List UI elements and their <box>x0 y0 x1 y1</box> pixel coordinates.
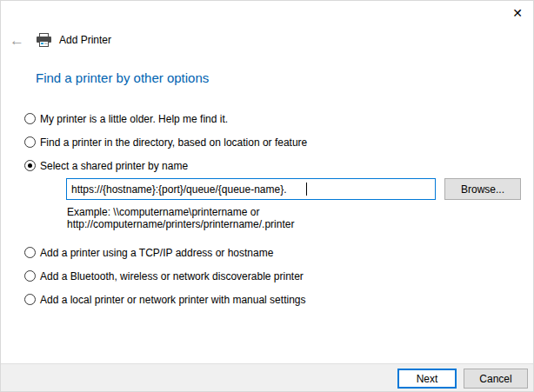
next-button[interactable]: Next <box>397 369 457 389</box>
text-caret <box>306 183 307 196</box>
close-icon[interactable]: ✕ <box>509 4 526 22</box>
radio-option-tcpip[interactable]: Add a printer using a TCP/IP address or … <box>24 246 273 259</box>
radio-icon[interactable] <box>24 160 36 171</box>
radio-icon[interactable] <box>24 136 36 148</box>
example-line-1: Example: \\computername\printername or <box>67 206 294 218</box>
example-line-2: http://computername/printers/printername… <box>67 218 294 230</box>
shared-printer-name-input[interactable] <box>66 178 436 200</box>
back-arrow-icon[interactable]: ← <box>10 33 29 48</box>
radio-option-directory[interactable]: Find a printer in the directory, based o… <box>24 136 307 149</box>
footer-divider <box>1 363 534 364</box>
dialog-title: Add Printer <box>59 34 111 46</box>
radio-label: Add a local printer or network printer w… <box>40 294 305 306</box>
radio-icon[interactable] <box>24 113 36 124</box>
radio-option-bluetooth[interactable]: Add a Bluetooth, wireless or network dis… <box>24 269 304 282</box>
nav-header: ← Add Printer <box>10 30 111 50</box>
radio-option-local-printer[interactable]: Add a local printer or network printer w… <box>24 293 305 306</box>
printer-icon <box>36 33 52 48</box>
radio-icon[interactable] <box>24 294 36 305</box>
radio-icon[interactable] <box>24 247 36 258</box>
radio-label: Select a shared printer by name <box>40 160 188 172</box>
radio-option-older-printer[interactable]: My printer is a little older. Help me fi… <box>24 112 228 125</box>
add-printer-dialog: ✕ ← Add Printer Find a printer by other … <box>0 0 534 392</box>
radio-label: Find a printer in the directory, based o… <box>40 136 307 149</box>
radio-label: My printer is a little older. Help me fi… <box>40 113 228 125</box>
radio-option-shared-printer[interactable]: Select a shared printer by name <box>24 159 188 172</box>
radio-label: Add a Bluetooth, wireless or network dis… <box>40 270 304 282</box>
example-hint-text: Example: \\computername\printername or h… <box>67 206 294 230</box>
browse-button[interactable]: Browse... <box>444 178 521 200</box>
page-title: Find a printer by other options <box>36 70 209 85</box>
radio-label: Add a printer using a TCP/IP address or … <box>40 247 273 259</box>
radio-icon[interactable] <box>24 270 36 282</box>
cancel-button[interactable]: Cancel <box>464 369 528 389</box>
